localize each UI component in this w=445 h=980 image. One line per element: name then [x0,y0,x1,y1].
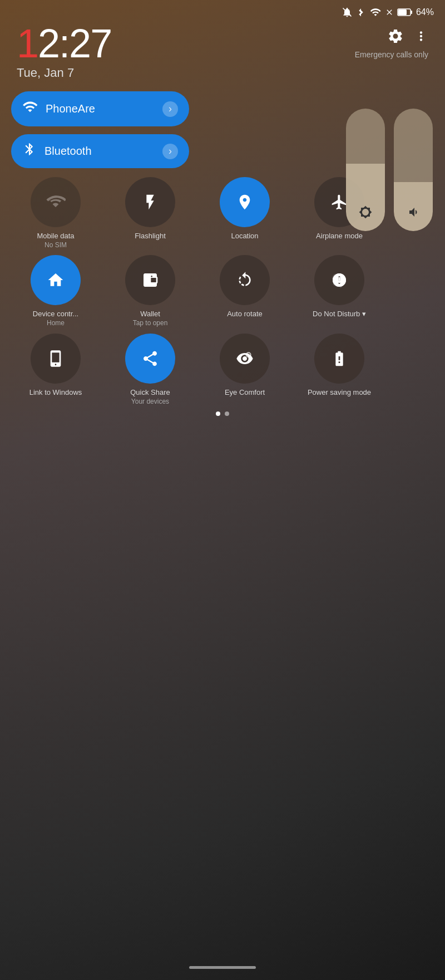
flashlight-circle [125,177,175,227]
link-windows-circle [31,334,81,384]
tile-quick-share[interactable]: Quick Share Your devices [106,334,195,406]
clock-first-digit: 1 [17,21,38,66]
emergency-text: Emergency calls only [355,50,428,59]
dnd-label: Do Not Disturb ▾ [313,310,366,319]
bluetooth-status-icon [356,7,366,18]
tile-flashlight[interactable]: Flashlight [106,177,195,249]
clock-right: Emergency calls only [355,23,428,59]
volume-slider[interactable] [394,109,433,231]
sliders-container [346,109,433,231]
bluetooth-tile[interactable]: Bluetooth › [11,134,189,168]
clock-date: Tue, Jan 7 [17,66,111,80]
device-controls-label: Device contr... Home [33,310,78,327]
wifi-tile[interactable]: PhoneAre › [11,91,189,126]
battery-percent: 64% [416,7,434,17]
clock-left: 12:27 Tue, Jan 7 [17,23,111,80]
tile-link-to-windows[interactable]: Link to Windows [11,334,100,406]
device-controls-circle [31,255,81,305]
volume-icon [407,205,420,222]
power-saving-circle [314,334,364,384]
wifi-status-icon [369,7,382,18]
settings-row [387,28,428,45]
tile-auto-rotate[interactable]: Auto rotate [200,255,289,327]
power-saving-label: Power saving mode [308,388,371,398]
clock-area: 12:27 Tue, Jan 7 Emergency calls only [0,18,445,86]
airplane-label: Airplane mode [316,232,363,241]
auto-rotate-circle [220,255,270,305]
flashlight-label: Flashlight [135,232,166,241]
eye-comfort-circle [220,334,270,384]
bluetooth-tile-icon [22,142,37,160]
tile-eye-comfort[interactable]: Eye Comfort [200,334,289,406]
quick-share-circle [125,334,175,384]
tile-do-not-disturb[interactable]: Do Not Disturb ▾ [295,255,384,327]
svg-rect-2 [411,11,412,14]
mobile-data-circle [31,177,81,227]
page-indicators [0,411,445,416]
clock-remaining: 2:27 [38,21,111,66]
mobile-data-label: Mobile data No SIM [37,232,74,249]
page-dot-1 [216,411,220,416]
tile-wallet[interactable]: Wallet Tap to open [106,255,195,327]
svg-rect-3 [398,9,407,15]
quick-share-label: Quick Share Your devices [130,388,170,406]
status-icons: 64% [342,7,434,18]
no-signal-icon [385,8,394,17]
bluetooth-tile-label: Bluetooth [44,145,162,158]
wallet-label: Wallet Tap to open [133,310,168,327]
brightness-icon [359,205,372,222]
wifi-tile-icon [22,99,38,119]
eye-comfort-label: Eye Comfort [225,388,265,398]
tile-mobile-data[interactable]: Mobile data No SIM [11,177,100,249]
battery-icon [397,7,413,17]
settings-icon[interactable] [387,28,404,45]
location-circle [220,177,270,227]
dnd-circle [314,255,364,305]
home-bar[interactable] [189,966,256,969]
grid-row-2: Device contr... Home Wallet Tap to open … [0,255,445,327]
wifi-tile-chevron[interactable]: › [162,101,178,117]
location-label: Location [231,232,258,241]
tile-location[interactable]: Location [200,177,289,249]
tile-device-controls[interactable]: Device contr... Home [11,255,100,327]
auto-rotate-label: Auto rotate [227,310,263,319]
clock-time: 12:27 [17,23,111,63]
wallet-circle [125,255,175,305]
link-windows-label: Link to Windows [29,388,82,398]
bell-muted-icon [342,7,353,18]
status-bar: 64% [0,0,445,18]
tile-power-saving[interactable]: Power saving mode [295,334,384,406]
grid-row-3: Link to Windows Quick Share Your devices… [0,334,445,406]
wifi-tile-label: PhoneAre [46,102,162,115]
page-dot-2 [225,411,229,416]
brightness-slider[interactable] [346,109,385,231]
bluetooth-tile-chevron[interactable]: › [162,144,178,159]
more-options-icon[interactable] [414,29,428,43]
